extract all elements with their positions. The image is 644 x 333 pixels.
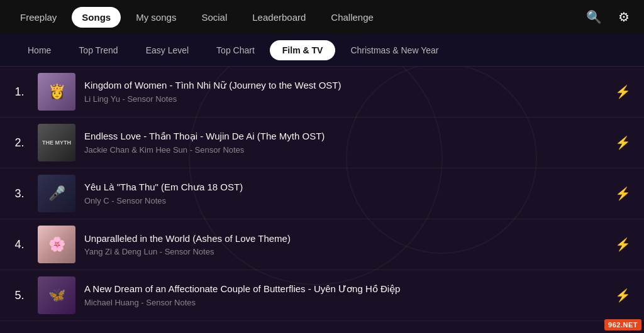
thumb-image-2: THE MYTH <box>38 124 75 161</box>
song-artist-2: Jackie Chan & Kim Hee Sun - Sensor Notes <box>84 145 611 155</box>
lightning-icon-2: ⚡ <box>615 135 631 150</box>
song-action-1[interactable]: ⚡ <box>611 80 634 103</box>
song-info-2: Endless Love - Thần Thoại - Wujin De Ai … <box>84 131 611 155</box>
song-title-4: Unparalleled in the World (Ashes of Love… <box>84 233 611 244</box>
song-action-5[interactable]: ⚡ <box>611 284 634 307</box>
song-item-4[interactable]: 4. 🌸 Unparalleled in the World (Ashes of… <box>0 219 644 270</box>
nav-icons: 🔍 ⚙ <box>584 7 634 27</box>
song-number-1: 1. <box>10 85 29 99</box>
song-item-1[interactable]: 1. 👸 Kingdom of Women - Tình Nhi Nữ (Jou… <box>0 67 644 117</box>
song-action-3[interactable]: ⚡ <box>611 182 634 205</box>
nav-mysongs[interactable]: My songs <box>126 7 186 28</box>
song-thumbnail-4: 🌸 <box>38 226 75 263</box>
top-navigation: Freeplay Songs My songs Social Leaderboa… <box>0 0 644 34</box>
song-action-2[interactable]: ⚡ <box>611 131 634 154</box>
subnav-christmas[interactable]: Christmas & New Year <box>338 40 451 60</box>
song-item-5[interactable]: 5. 🦋 A New Dream of an Affectionate Coup… <box>0 270 644 321</box>
song-artist-4: Yang Zi & Deng Lun - Sensor Notes <box>84 247 611 256</box>
nav-songs[interactable]: Songs <box>72 7 121 28</box>
song-info-5: A New Dream of an Affectionate Couple of… <box>84 283 611 307</box>
song-artist-3: Only C - Sensor Notes <box>84 196 611 205</box>
settings-icon[interactable]: ⚙ <box>614 7 634 27</box>
nav-leaderboard[interactable]: Leaderboard <box>242 7 316 28</box>
lightning-icon-1: ⚡ <box>615 84 631 99</box>
subnav-toptrend[interactable]: Top Trend <box>66 40 130 60</box>
song-item-3[interactable]: 3. 🎤 Yêu Là "Tha Thu" (Em Chưa 18 OST) O… <box>0 168 644 219</box>
nav-freeplay[interactable]: Freeplay <box>10 7 67 28</box>
song-number-4: 4. <box>10 238 29 251</box>
thumb-image-5: 🦋 <box>38 276 75 314</box>
sub-navigation: Home Top Trend Easy Level Top Chart Film… <box>0 34 644 67</box>
thumb-image-4: 🌸 <box>38 226 75 263</box>
song-info-4: Unparalleled in the World (Ashes of Love… <box>84 233 611 256</box>
subnav-easylevel[interactable]: Easy Level <box>133 40 201 60</box>
song-thumbnail-5: 🦋 <box>38 276 75 314</box>
lightning-icon-3: ⚡ <box>615 186 631 201</box>
song-number-3: 3. <box>10 187 29 200</box>
song-title-2: Endless Love - Thần Thoại - Wujin De Ai … <box>84 131 611 142</box>
song-thumbnail-2: THE MYTH <box>38 124 75 161</box>
song-action-4[interactable]: ⚡ <box>611 233 634 256</box>
subnav-home[interactable]: Home <box>15 40 64 60</box>
song-artist-5: Michael Huang - Sensor Notes <box>84 298 611 307</box>
thumb-image-3: 🎤 <box>38 175 75 212</box>
song-list: 1. 👸 Kingdom of Women - Tình Nhi Nữ (Jou… <box>0 67 644 321</box>
song-title-3: Yêu Là "Tha Thu" (Em Chưa 18 OST) <box>84 182 611 193</box>
subnav-topchart[interactable]: Top Chart <box>204 40 267 60</box>
subnav-filmtv[interactable]: Film & TV <box>270 40 336 60</box>
thumb-image-1: 👸 <box>38 73 75 111</box>
song-number-2: 2. <box>10 136 29 150</box>
song-thumbnail-3: 🎤 <box>38 175 75 212</box>
watermark: 962.NET <box>604 319 641 330</box>
song-title-1: Kingdom of Women - Tình Nhi Nữ (Journey … <box>84 80 611 91</box>
song-number-5: 5. <box>10 289 29 302</box>
nav-challenge[interactable]: Challenge <box>321 7 384 28</box>
song-thumbnail-1: 👸 <box>38 73 75 111</box>
song-artist-1: Li Ling Yu - Sensor Notes <box>84 94 611 104</box>
song-item-2[interactable]: 2. THE MYTH Endless Love - Thần Thoại - … <box>0 117 644 168</box>
search-icon[interactable]: 🔍 <box>584 7 604 27</box>
song-info-1: Kingdom of Women - Tình Nhi Nữ (Journey … <box>84 80 611 104</box>
nav-social[interactable]: Social <box>191 7 237 28</box>
song-info-3: Yêu Là "Tha Thu" (Em Chưa 18 OST) Only C… <box>84 182 611 205</box>
lightning-icon-5: ⚡ <box>615 288 631 303</box>
lightning-icon-4: ⚡ <box>615 237 631 252</box>
song-title-5: A New Dream of an Affectionate Couple of… <box>84 283 611 295</box>
